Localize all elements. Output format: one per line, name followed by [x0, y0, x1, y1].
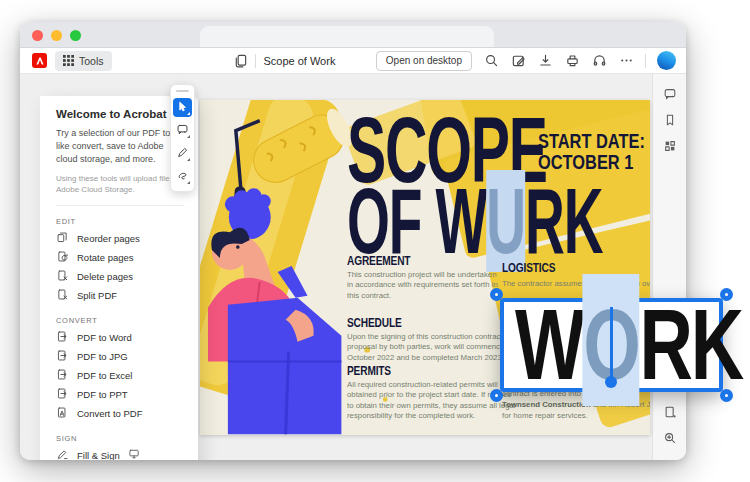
lasso-icon	[176, 168, 189, 186]
sidebar-item-label: Delete pages	[77, 271, 133, 282]
tools-button-label: Tools	[79, 55, 104, 67]
close-window-button[interactable]	[32, 30, 43, 41]
resize-handle-top-right[interactable]	[720, 288, 733, 301]
comment-icon[interactable]	[662, 86, 678, 102]
grid-icon	[63, 55, 74, 66]
divider	[255, 54, 256, 68]
welcome-intro: Try a selection of our PDF tools like co…	[56, 127, 184, 166]
download-icon[interactable]	[537, 53, 553, 69]
sidebar-item-label: Reorder pages	[77, 233, 140, 244]
text-edit-zoom-overlay[interactable]: WORK	[500, 298, 723, 392]
window-titlebar	[20, 22, 686, 48]
resize-handle-top-left[interactable]	[490, 288, 503, 301]
draw-tool-button[interactable]	[173, 144, 192, 163]
poster-section-heading: PERMITS	[347, 363, 403, 378]
overlay-word: WORK	[515, 304, 742, 384]
select-icon	[176, 99, 189, 117]
sidebar-section-label: CONVERT	[56, 316, 184, 325]
sidebar-item-pdf-to-word[interactable]: PDF to Word	[56, 328, 184, 347]
poster-section-heading: SCHEDULE	[347, 315, 417, 330]
quick-tools-palette	[170, 84, 195, 192]
highlighted-letter: U	[486, 170, 525, 272]
desktop-icon	[128, 448, 140, 460]
poster-section-heading: AGREEMENT	[347, 253, 428, 268]
welcome-title: Welcome to Acrobat	[56, 108, 184, 120]
selection-handle-dot[interactable]	[605, 376, 617, 388]
pdf-convert-icon	[56, 330, 69, 345]
sidebar-item-pdf-to-excel[interactable]: PDF to Excel	[56, 366, 184, 385]
document-title: Scope of Work	[263, 55, 335, 67]
comment-tool-icon	[176, 122, 189, 140]
pdf-convert-icon	[56, 368, 69, 383]
search-icon[interactable]	[483, 53, 499, 69]
window-controls	[32, 30, 81, 41]
acrobat-logo-icon[interactable]	[32, 53, 47, 68]
browser-tab[interactable]	[200, 26, 494, 47]
screenshot-stage: Tools Scope of Work Open on desktop	[0, 0, 750, 482]
thumbnails-icon[interactable]	[662, 138, 678, 154]
page-settings-icon[interactable]	[662, 404, 678, 420]
sidebar-section-label: EDIT	[56, 217, 184, 226]
reorder-pages-icon	[56, 231, 69, 246]
minimize-window-button[interactable]	[51, 30, 62, 41]
app-toolbar: Tools Scope of Work Open on desktop	[20, 48, 686, 74]
poster-section-body: This construction project will be undert…	[347, 270, 498, 301]
pdf-convert-icon	[56, 387, 69, 402]
welcome-note: Using these tools will upload files to A…	[56, 173, 184, 195]
sidebar-item-pdf-to-ppt[interactable]: PDF to PPT	[56, 385, 184, 404]
resize-handle-bottom-right[interactable]	[720, 389, 733, 402]
open-on-desktop-button[interactable]: Open on desktop	[376, 51, 472, 71]
resize-handle-bottom-left[interactable]	[490, 389, 503, 402]
sidebar-item-label: PDF to JPG	[77, 351, 128, 362]
zoom-in-icon[interactable]	[662, 430, 678, 446]
sidebar-item-delete-pages[interactable]: Delete pages	[56, 267, 184, 286]
sidebar-item-fill-sign[interactable]: Fill & Sign	[56, 446, 184, 460]
comment-tool-button[interactable]	[173, 121, 192, 140]
sidebar-item-label: PDF to Excel	[77, 370, 132, 381]
read-aloud-icon[interactable]	[591, 53, 607, 69]
divider	[645, 54, 646, 68]
sidebar-item-label: PDF to Word	[77, 332, 132, 343]
pages-icon[interactable]	[232, 53, 248, 69]
print-icon[interactable]	[564, 53, 580, 69]
divider	[56, 205, 184, 206]
draw-icon	[176, 145, 189, 163]
pdf-convert-icon	[56, 349, 69, 364]
lasso-tool-button[interactable]	[173, 167, 192, 186]
tools-button[interactable]: Tools	[55, 51, 112, 71]
expand-window-button[interactable]	[70, 30, 81, 41]
sidebar-item-split-pdf[interactable]: Split PDF	[56, 286, 184, 305]
select-tool-button[interactable]	[173, 98, 192, 117]
bookmark-icon[interactable]	[662, 112, 678, 128]
account-avatar[interactable]	[657, 51, 676, 70]
more-icon[interactable]	[618, 53, 634, 69]
poster-start-date: START DATE:OCTOBER 1	[538, 131, 650, 172]
sidebar-item-label: Split PDF	[77, 290, 117, 301]
share-review-icon[interactable]	[510, 53, 526, 69]
sidebar-item-pdf-to-jpg[interactable]: PDF to JPG	[56, 347, 184, 366]
poster-section-heading: LOGISTICS	[502, 260, 570, 275]
poster-section-body: All required construction-related permit…	[347, 380, 516, 422]
palette-drag-handle[interactable]	[176, 90, 189, 92]
convert-to-pdf-icon	[56, 406, 69, 421]
sidebar-item-label: Rotate pages	[77, 252, 134, 263]
sidebar-item-convert-to-pdf[interactable]: Convert to PDF	[56, 404, 184, 423]
sidebar-item-label: Convert to PDF	[77, 408, 142, 419]
delete-pages-icon	[56, 269, 69, 284]
sidebar-item-label: PDF to PPT	[77, 389, 128, 400]
sidebar-item-reorder-pages[interactable]: Reorder pages	[56, 229, 184, 248]
fill-sign-icon	[56, 448, 69, 460]
right-rail	[652, 74, 686, 460]
rotate-pages-icon	[56, 250, 69, 265]
poster-section-body: Upon the signing of this construction co…	[347, 332, 504, 363]
sidebar-section-label: SIGN	[56, 434, 184, 443]
sidebar-item-rotate-pages[interactable]: Rotate pages	[56, 248, 184, 267]
split-pdf-icon	[56, 288, 69, 303]
sidebar-item-label: Fill & Sign	[77, 450, 120, 460]
text-cursor[interactable]	[610, 307, 613, 383]
